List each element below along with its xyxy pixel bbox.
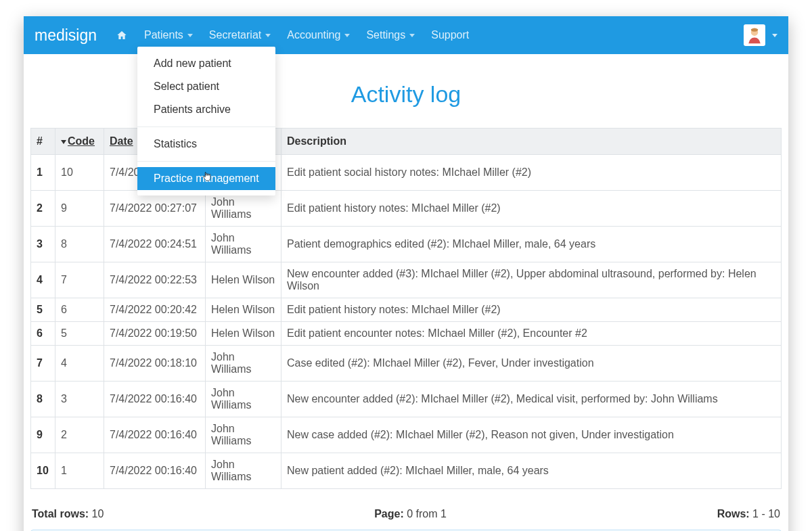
caret-icon (265, 34, 271, 37)
cell-user: John Williams (206, 382, 281, 417)
table-row: 387/4/2022 00:24:51John WilliamsPatient … (31, 227, 782, 262)
col-description: Description (281, 129, 782, 155)
dropdown-select-patient[interactable]: Select patient (137, 75, 275, 98)
table-row: 477/4/2022 00:22:53Helen WilsonNew encou… (31, 262, 782, 298)
cell-num: 10 (31, 453, 55, 489)
cell-code: 2 (55, 417, 104, 453)
nav-home[interactable] (109, 24, 135, 46)
cell-user: Helen Wilson (206, 322, 281, 346)
cell-date: 7/4/2022 00:16:40 (104, 417, 206, 453)
app-window: medisign Patients Add new patient Select… (24, 16, 788, 531)
dropdown-patients-archive[interactable]: Patients archive (137, 98, 275, 121)
nav-items: Patients Add new patient Select patient … (109, 24, 476, 47)
dropdown-statistics[interactable]: Statistics (137, 133, 275, 156)
table-row: 837/4/2022 00:16:40John WilliamsNew enco… (31, 382, 782, 417)
cell-description: Patient demographics edited (#2): MIchae… (281, 227, 782, 262)
caret-icon (409, 34, 415, 37)
table-row: 927/4/2022 00:16:40John WilliamsNew case… (31, 417, 782, 453)
cell-code: 4 (55, 346, 104, 382)
cell-user: John Williams (206, 191, 281, 227)
nav-support[interactable]: Support (424, 24, 476, 47)
cell-date: 7/4/2022 00:19:50 (104, 322, 206, 346)
avatar (744, 24, 765, 46)
cell-num: 7 (31, 346, 55, 382)
col-code[interactable]: Code (55, 129, 104, 155)
sort-desc-icon (61, 140, 66, 144)
cell-code: 8 (55, 227, 104, 262)
cell-date: 7/4/2022 00:16:40 (104, 382, 206, 417)
cell-user: John Williams (206, 453, 281, 489)
user-menu[interactable] (744, 24, 777, 46)
table-footer: Total rows: 10 Page: 0 from 1 Rows: 1 - … (32, 508, 780, 520)
cell-code: 7 (55, 262, 104, 298)
cell-date: 7/4/2022 00:27:07 (104, 191, 206, 227)
cell-num: 5 (31, 298, 55, 322)
cell-user: Helen Wilson (206, 298, 281, 322)
cell-num: 6 (31, 322, 55, 346)
cell-date: 7/4/2022 00:24:51 (104, 227, 206, 262)
cell-description: New encounter added (#2): MIchael Miller… (281, 382, 782, 417)
cell-code: 6 (55, 298, 104, 322)
nav-settings-label: Settings (366, 29, 405, 41)
cell-description: New patient added (#2): MIchael Miller, … (281, 453, 782, 489)
cell-num: 3 (31, 227, 55, 262)
cell-user: Helen Wilson (206, 262, 281, 298)
dropdown-practice-management[interactable]: Practice management (137, 167, 275, 190)
col-num: # (31, 129, 55, 155)
page-info: Page: 0 from 1 (374, 508, 447, 520)
total-rows: Total rows: 10 (32, 508, 104, 520)
cell-num: 9 (31, 417, 55, 453)
brand[interactable]: medisign (35, 26, 97, 45)
dropdown-add-new-patient[interactable]: Add new patient (137, 52, 275, 75)
col-code-label: Code (68, 135, 95, 147)
table-row: 1017/4/2022 00:16:40John WilliamsNew pat… (31, 453, 782, 489)
caret-icon (772, 34, 777, 37)
nav-accounting[interactable]: Accounting (280, 24, 357, 47)
cell-user: John Williams (206, 417, 281, 453)
cell-code: 5 (55, 322, 104, 346)
cell-description: Case edited (#2): MIchael Miller (#2), F… (281, 346, 782, 382)
dropdown-divider (137, 126, 275, 127)
cell-user: John Williams (206, 227, 281, 262)
nav-accounting-label: Accounting (287, 29, 340, 41)
cell-description: Edit patient history notes: MIchael Mill… (281, 191, 782, 227)
nav-secretariat-label: Secretariat (209, 29, 261, 41)
caret-icon (187, 34, 193, 37)
cell-description: Edit patient social history notes: MIcha… (281, 155, 782, 191)
cell-code: 10 (55, 155, 104, 191)
cell-code: 3 (55, 382, 104, 417)
table-row: 567/4/2022 00:20:42Helen WilsonEdit pati… (31, 298, 782, 322)
nav-support-label: Support (431, 29, 469, 41)
dropdown-divider (137, 161, 275, 162)
cell-date: 7/4/2022 00:18:10 (104, 346, 206, 382)
avatar-icon (745, 26, 764, 45)
rows-range: Rows: 1 - 10 (717, 508, 780, 520)
cell-num: 4 (31, 262, 55, 298)
cell-num: 8 (31, 382, 55, 417)
nav-secretariat[interactable]: Secretariat (202, 24, 277, 47)
cell-description: Edit patient history notes: MIchael Mill… (281, 298, 782, 322)
cell-num: 2 (31, 191, 55, 227)
cell-code: 9 (55, 191, 104, 227)
cell-num: 1 (31, 155, 55, 191)
cell-date: 7/4/2022 00:20:42 (104, 298, 206, 322)
cell-date: 7/4/2022 00:16:40 (104, 453, 206, 489)
table-row: 747/4/2022 00:18:10John WilliamsCase edi… (31, 346, 782, 382)
table-row: 657/4/2022 00:19:50Helen WilsonEdit pati… (31, 322, 782, 346)
nav-settings[interactable]: Settings (359, 24, 422, 47)
cell-description: New encounter added (#3): MIchael Miller… (281, 262, 782, 298)
caret-icon (344, 34, 350, 37)
patients-dropdown: Add new patient Select patient Patients … (137, 47, 275, 195)
home-icon (116, 30, 128, 41)
nav-patients[interactable]: Patients Add new patient Select patient … (137, 24, 200, 47)
navbar: medisign Patients Add new patient Select… (24, 16, 788, 54)
cell-user: John Williams (206, 346, 281, 382)
cell-description: Edit patient encounter notes: MIchael Mi… (281, 322, 782, 346)
dropdown-practice-management-label: Practice management (154, 172, 259, 184)
table-row: 297/4/2022 00:27:07John WilliamsEdit pat… (31, 191, 782, 227)
nav-patients-label: Patients (144, 29, 183, 41)
cell-code: 1 (55, 453, 104, 489)
cell-date: 7/4/2022 00:22:53 (104, 262, 206, 298)
cell-description: New case added (#2): MIchael Miller (#2)… (281, 417, 782, 453)
